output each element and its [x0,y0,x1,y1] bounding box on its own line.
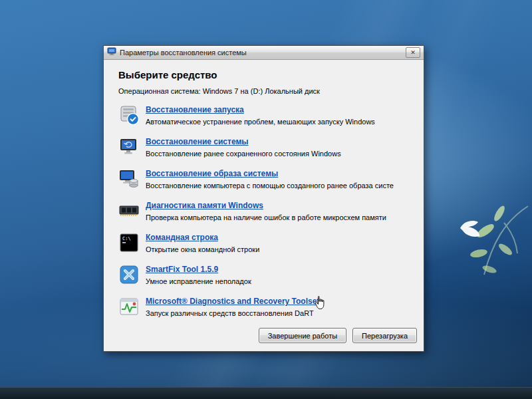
dialog-title: Параметры восстановления системы [120,49,247,57]
tool-list: Восстановление запуска Автоматическое ус… [118,104,417,317]
memory-diagnostic-description: Проверка компьютера на наличие ошибок в … [146,213,386,221]
system-recovery-dialog: Параметры восстановления системы ✕ Выбер… [103,45,424,352]
tool-item-startup-repair: Восстановление запуска Автоматическое ус… [118,104,417,126]
dialog-body: Выберите средство Операционная система: … [104,60,424,351]
dart-link[interactable]: Microsoft® Diagnostics and Recovery Tool… [146,297,319,306]
restart-button[interactable]: Перезагрузка [352,328,417,343]
system-image-recovery-description: Восстановление компьютера с помощью созд… [146,182,394,190]
tool-item-dart: Microsoft® Diagnostics and Recovery Tool… [118,296,417,317]
smartfix-icon [118,264,140,285]
dialog-footer: Завершение работы Перезагрузка [118,328,417,344]
smartfix-link[interactable]: SmartFix Tool 1.5.9 [146,265,218,274]
startup-repair-icon [118,104,140,126]
command-prompt-icon: C:\ [118,232,140,253]
startup-repair-link[interactable]: Восстановление запуска [146,105,244,114]
svg-text:C:\: C:\ [122,236,131,241]
close-icon[interactable]: ✕ [406,47,420,58]
system-image-recovery-icon [118,168,140,190]
page-title: Выберите средство [118,69,417,80]
system-restore-icon [118,136,140,158]
recovery-monitor-icon [107,47,116,59]
tool-item-system-restore: Восстановление системы Восстановление ра… [118,136,417,158]
command-prompt-link[interactable]: Командная строка [146,233,218,242]
memory-diagnostic-link[interactable]: Диагностика памяти Windows [146,201,263,210]
command-prompt-description: Открытие окна командной строки [146,245,259,253]
bottom-dark-band [0,387,532,399]
dart-description: Запуск различных средств восстановления … [146,309,319,317]
memory-diagnostic-icon [118,200,140,221]
tool-item-memory-diagnostic: Диагностика памяти Windows Проверка комп… [118,200,417,221]
desktop: Параметры восстановления системы ✕ Выбер… [0,0,532,399]
shutdown-button[interactable]: Завершение работы [259,328,346,343]
system-restore-link[interactable]: Восстановление системы [146,137,249,146]
smartfix-description: Умное исправление неполадок [146,277,251,285]
dialog-titlebar[interactable]: Параметры восстановления системы ✕ [104,46,424,60]
tool-item-system-image-recovery: Восстановление образа системы Восстановл… [118,168,417,190]
dart-icon [118,296,140,317]
system-restore-description: Восстановление ранее сохраненного состоя… [146,150,341,158]
startup-repair-description: Автоматическое устранение проблем, мешаю… [146,118,375,126]
os-info: Операционная система: Windows 7 на (D:) … [118,87,417,95]
system-image-recovery-link[interactable]: Восстановление образа системы [146,169,278,178]
tool-item-smartfix: SmartFix Tool 1.5.9 Умное исправление не… [118,264,417,285]
tool-item-command-prompt: C:\ Командная строка Открытие окна коман… [118,232,417,253]
